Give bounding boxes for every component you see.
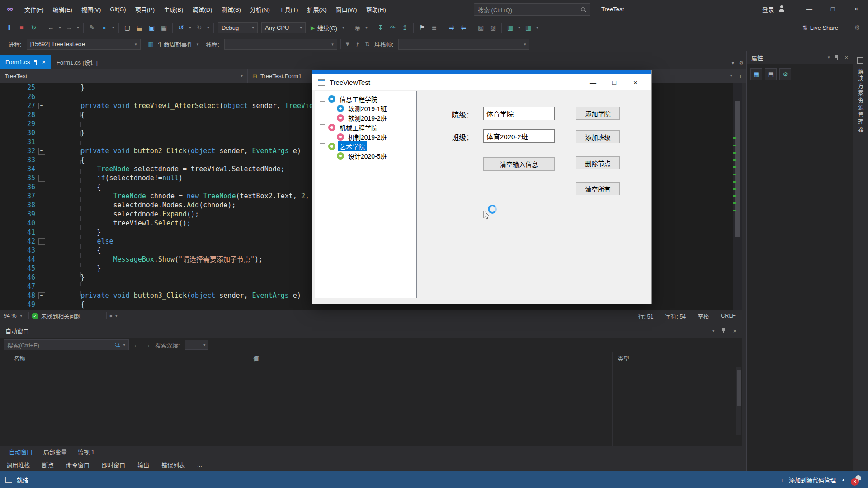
close-icon[interactable]: × <box>733 328 736 334</box>
dock-tab-6[interactable]: ... <box>197 461 202 468</box>
menu-item-7[interactable]: 测试(S) <box>217 0 245 18</box>
step-into-icon[interactable]: ↧ <box>375 22 386 33</box>
diagnostics-icon[interactable]: ◉ <box>352 22 363 33</box>
pin-icon[interactable] <box>835 55 839 61</box>
spaces-indicator[interactable]: 空格 <box>698 312 709 320</box>
sign-in-label[interactable]: 登录 <box>762 5 774 14</box>
solution-explorer-vertical-tab[interactable]: 解决方案资源管理器 <box>856 68 865 133</box>
stack-frame-combo[interactable]: ▾ <box>398 39 529 50</box>
properties-header[interactable]: 属性 ▾ × <box>747 51 853 64</box>
menu-item-11[interactable]: 窗口(W) <box>331 0 362 18</box>
tree-node[interactable]: 设计2020-5班 <box>337 151 389 160</box>
menu-item-0[interactable]: 文件(F) <box>20 0 48 18</box>
dock-tab-2[interactable]: 命令窗口 <box>66 460 90 469</box>
fold-collapse-icon[interactable]: − <box>38 175 45 182</box>
alphabetical-icon[interactable]: ▤ <box>765 68 777 80</box>
dropdown-caret-icon[interactable]: ▾ <box>111 25 116 30</box>
menu-item-8[interactable]: 分析(N) <box>245 0 274 18</box>
outdent-icon[interactable]: ⇇ <box>458 22 469 33</box>
panel-tab-1[interactable]: 局部变量 <box>39 447 71 456</box>
new-file-icon[interactable]: ▢ <box>122 22 133 33</box>
code-cleanup-icon[interactable]: ● <box>109 313 113 319</box>
column-header-2[interactable]: 类型 <box>618 354 629 362</box>
panel-tab-2[interactable]: 监视 1 <box>73 447 99 456</box>
add-to-source-control-button[interactable]: 添加到源代码管理 <box>789 475 836 484</box>
college-input[interactable]: 体育学院 <box>483 107 555 120</box>
eol-indicator[interactable]: CRLF <box>721 313 736 319</box>
notifications-button[interactable]: 3 <box>851 474 863 485</box>
indent-icon[interactable]: ⇉ <box>446 22 457 33</box>
dropdown-caret-icon[interactable]: ▾ <box>206 25 211 30</box>
tree-node[interactable]: −艺术学院 <box>320 141 367 151</box>
window-position-icon[interactable]: ▾ <box>712 328 715 333</box>
redo-icon[interactable]: ↻ <box>193 22 205 33</box>
background-tasks-icon[interactable] <box>5 477 12 483</box>
treeviewtest-dialog[interactable]: TreeViewTest — □ × −信息工程学院软测2019-1班软测201… <box>312 70 652 304</box>
tree-expand-icon[interactable]: − <box>320 96 326 102</box>
clear-input-button[interactable]: 清空输入信息 <box>483 157 555 171</box>
delete-node-button[interactable]: 删除节点 <box>576 156 620 169</box>
minimize-button[interactable]: — <box>797 0 821 18</box>
maximize-button[interactable]: □ <box>821 0 844 18</box>
tree-node[interactable]: 软测2019-1班 <box>337 103 389 113</box>
live-share-button[interactable]: ⇅ Live Share <box>802 18 838 37</box>
lifecycle-events-label[interactable]: 生命周期事件 <box>158 40 193 48</box>
thread-combo[interactable]: ▾ <box>224 39 337 50</box>
pin-icon[interactable] <box>34 59 38 65</box>
tree-expand-icon[interactable]: − <box>320 124 326 130</box>
dropdown-caret-icon[interactable]: ▾ <box>364 25 369 30</box>
dialog-title-bar[interactable]: TreeViewTest — □ × <box>312 74 651 90</box>
tree-view[interactable]: −信息工程学院软测2019-1班软测2019-2班−机械工程学院机制2019-2… <box>315 91 417 298</box>
close-icon[interactable]: × <box>844 54 848 61</box>
zoom-control[interactable]: 94 % ▾ <box>0 313 26 319</box>
find-symbol-icon[interactable]: ▥ <box>523 22 534 33</box>
dock-tab-5[interactable]: 错误列表 <box>161 460 185 469</box>
navigate-forward-icon[interactable]: → <box>63 22 75 33</box>
project-dropdown[interactable]: TreeTest ▾ <box>0 69 248 83</box>
step-over-icon[interactable]: ↷ <box>387 22 398 33</box>
tab-close-icon[interactable]: × <box>42 59 46 66</box>
clear-all-button[interactable]: 清空所有 <box>576 182 620 195</box>
step-out-icon[interactable]: ↥ <box>399 22 410 33</box>
menu-item-9[interactable]: 工具(T) <box>274 0 303 18</box>
menu-item-10[interactable]: 扩展(X) <box>302 0 331 18</box>
lifecycle-events-icon[interactable]: ▦ <box>146 41 156 47</box>
search-depth-combo[interactable]: ▾ <box>185 340 208 350</box>
settings-gear-icon[interactable]: ⚙ <box>739 60 744 66</box>
menu-item-2[interactable]: 视图(V) <box>77 0 105 18</box>
open-file-icon[interactable]: ▤ <box>134 22 145 33</box>
scrollbar-thumb[interactable] <box>735 101 740 237</box>
feedback-icon[interactable]: ⚙ <box>854 18 860 37</box>
autos-header[interactable]: 自动窗口 ▾ × <box>0 324 742 338</box>
fold-collapse-icon[interactable]: − <box>38 238 45 245</box>
fold-collapse-icon[interactable]: − <box>38 148 45 155</box>
close-button[interactable]: × <box>844 0 868 18</box>
dock-tab-1[interactable]: 断点 <box>42 460 54 469</box>
autos-scrollbar[interactable] <box>736 367 741 435</box>
categorize-icon[interactable]: ▦ <box>750 68 762 80</box>
comment-icon[interactable]: ▧ <box>475 22 486 33</box>
undo-icon[interactable]: ↺ <box>175 22 187 33</box>
restart-icon[interactable]: ↻ <box>28 22 39 33</box>
active-files-dropdown-icon[interactable]: ▾ <box>731 60 734 66</box>
bookmark-icon[interactable]: ⚑ <box>416 22 428 33</box>
fold-collapse-icon[interactable]: − <box>38 292 45 299</box>
dock-tab-3[interactable]: 即时窗口 <box>102 460 125 469</box>
dropdown-caret-icon[interactable]: ▾ <box>188 25 193 30</box>
dock-tab-0[interactable]: 调用堆栈 <box>6 460 30 469</box>
menu-item-1[interactable]: 编辑(E) <box>48 0 77 18</box>
list-members-icon[interactable]: ≣ <box>429 22 440 33</box>
menu-item-5[interactable]: 生成(B) <box>159 0 188 18</box>
menu-item-3[interactable]: Git(G) <box>105 0 130 18</box>
fold-collapse-icon[interactable]: − <box>38 103 45 109</box>
property-pages-icon[interactable]: ⚙ <box>779 68 791 80</box>
pen-icon[interactable]: ✎ <box>86 22 98 33</box>
tree-node[interactable]: −机械工程学院 <box>320 122 379 132</box>
menu-item-4[interactable]: 项目(P) <box>131 0 159 18</box>
dropdown-caret-icon[interactable]: ▾ <box>57 25 62 30</box>
chevron-down-icon[interactable]: ▾ <box>197 42 199 47</box>
column-header-0[interactable]: 名称 <box>14 354 25 362</box>
split-window-icon[interactable]: + <box>738 73 742 80</box>
swap-frames-icon[interactable]: ⇅ <box>363 41 373 47</box>
navigate-back-icon[interactable]: ← <box>45 22 57 33</box>
